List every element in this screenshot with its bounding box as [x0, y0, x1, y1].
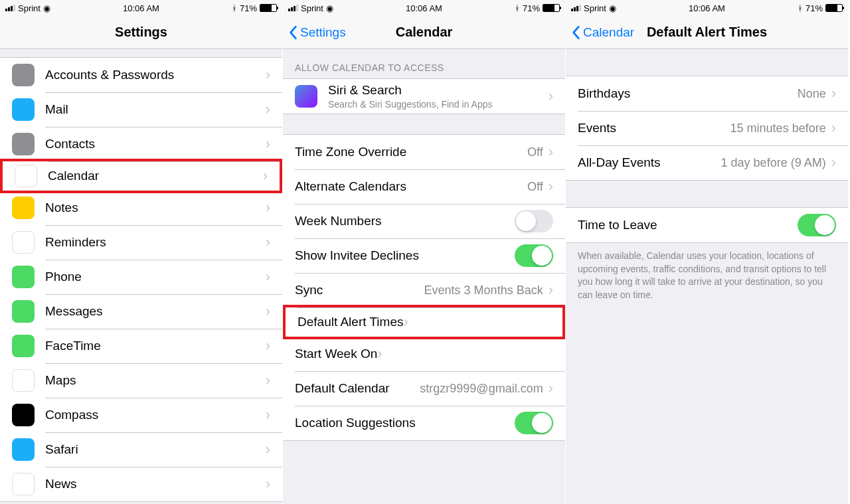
- time-label: 10:06 AM: [123, 3, 159, 13]
- row-contacts[interactable]: Contacts›: [0, 127, 282, 161]
- toggle-location-suggestions[interactable]: [515, 412, 553, 434]
- row-sync[interactable]: SyncEvents 3 Months Back›: [283, 273, 565, 307]
- nav-bar: Calendar Default Alert Times: [566, 16, 848, 49]
- news-icon: [12, 473, 35, 495]
- row-start-week-on[interactable]: Start Week On›: [283, 337, 565, 371]
- chevron-right-icon: ›: [549, 282, 553, 299]
- bluetooth-icon: ᚼ: [515, 3, 520, 13]
- row-calendar[interactable]: Calendar›: [0, 159, 282, 193]
- row-siri-search[interactable]: Siri & Search Search & Siri Suggestions,…: [283, 79, 565, 114]
- chevron-right-icon: ›: [266, 475, 270, 493]
- allow-access-header: ALLOW CALENDAR TO ACCESS: [283, 49, 565, 78]
- settings-list[interactable]: Accounts & Passwords›Mail›Contacts›Calen…: [0, 49, 282, 504]
- row-mail[interactable]: Mail›: [0, 92, 282, 127]
- row-label: Phone: [45, 270, 82, 284]
- chevron-right-icon: ›: [831, 154, 836, 171]
- calendar-settings-list[interactable]: ALLOW CALENDAR TO ACCESS Siri & Search S…: [283, 49, 565, 504]
- safari-icon: [12, 438, 35, 461]
- chevron-right-icon: ›: [266, 135, 270, 153]
- row-label: Compass: [45, 408, 98, 422]
- battery-label: 71%: [240, 3, 257, 13]
- battery-icon: [825, 4, 843, 12]
- contacts-icon: [12, 133, 35, 155]
- row-notes[interactable]: Notes›: [0, 191, 282, 225]
- chevron-right-icon: ›: [549, 88, 553, 105]
- messages-icon: [12, 300, 35, 323]
- row-accounts-passwords[interactable]: Accounts & Passwords›: [0, 58, 282, 92]
- siri-label: Siri & Search: [328, 83, 549, 98]
- reminders-icon: [12, 231, 35, 254]
- row-label: Mail: [45, 102, 68, 117]
- row-maps[interactable]: Maps›: [0, 363, 282, 398]
- status-bar: Sprint◉ 10:06 AM ᚼ71%: [0, 0, 282, 16]
- screen-default-alert-times: Sprint◉ 10:06 AM ᚼ71% Calendar Default A…: [566, 0, 849, 504]
- chevron-right-icon: ›: [263, 167, 268, 185]
- screen-settings: Sprint◉ 10:06 AM ᚼ71% Settings Accounts …: [0, 0, 283, 504]
- row-news[interactable]: News›: [0, 467, 282, 501]
- row-time-to-leave[interactable]: Time to Leave: [566, 208, 848, 242]
- row-label: Contacts: [45, 137, 95, 151]
- row-all-day-events[interactable]: All-Day Events1 day before (9 AM)›: [566, 145, 848, 180]
- row-label: Safari: [45, 442, 78, 457]
- row-week-numbers[interactable]: Week Numbers: [283, 204, 565, 238]
- row-phone[interactable]: Phone›: [0, 260, 282, 294]
- chevron-right-icon: ›: [266, 406, 270, 424]
- row-facetime[interactable]: FaceTime›: [0, 329, 282, 363]
- page-title: Settings: [0, 25, 282, 40]
- row-reminders[interactable]: Reminders›: [0, 225, 282, 260]
- row-label: FaceTime: [45, 339, 101, 353]
- battery-label: 71%: [523, 3, 540, 13]
- nav-bar: Settings Calendar: [283, 16, 565, 49]
- row-alternate-calendars[interactable]: Alternate CalendarsOff›: [283, 169, 565, 204]
- screen-calendar-settings: Sprint◉ 10:06 AM ᚼ71% Settings Calendar …: [283, 0, 566, 504]
- back-label: Calendar: [583, 25, 634, 40]
- toggle-time-to-leave[interactable]: [798, 214, 836, 236]
- carrier-label: Sprint: [301, 3, 323, 13]
- alert-times-list[interactable]: BirthdaysNone› Events15 minutes before› …: [566, 49, 848, 504]
- phone-icon: [12, 266, 35, 288]
- back-label: Settings: [300, 25, 346, 40]
- row-messages[interactable]: Messages›: [0, 294, 282, 329]
- signal-icon: [5, 5, 15, 11]
- back-button[interactable]: Settings: [283, 25, 346, 40]
- battery-label: 71%: [806, 3, 823, 13]
- bluetooth-icon: ᚼ: [232, 3, 237, 13]
- row-default-alert-times[interactable]: Default Alert Times›: [283, 305, 565, 339]
- row-label: Maps: [45, 373, 76, 388]
- row-safari[interactable]: Safari›: [0, 432, 282, 467]
- time-label: 10:06 AM: [406, 3, 442, 13]
- row-label: Reminders: [45, 235, 106, 250]
- chevron-right-icon: ›: [403, 313, 408, 331]
- signal-icon: [571, 5, 581, 11]
- battery-icon: [543, 4, 560, 12]
- chevron-right-icon: ›: [266, 234, 270, 251]
- chevron-right-icon: ›: [831, 120, 836, 137]
- row-label: Notes: [45, 201, 78, 215]
- chevron-right-icon: ›: [266, 199, 270, 216]
- chevron-right-icon: ›: [831, 85, 836, 102]
- carrier-label: Sprint: [584, 3, 606, 13]
- compass-icon: [12, 404, 35, 426]
- mail-icon: [12, 98, 35, 121]
- time-label: 10:06 AM: [689, 3, 725, 13]
- siri-sublabel: Search & Siri Suggestions, Find in Apps: [328, 99, 549, 110]
- time-to-leave-footer: When available, Calendar uses your locat…: [566, 243, 848, 307]
- row-timezone-override[interactable]: Time Zone OverrideOff›: [283, 135, 565, 169]
- chevron-right-icon: ›: [266, 303, 270, 320]
- toggle-invitee-declines[interactable]: [515, 244, 553, 267]
- chevron-left-icon: [288, 25, 298, 40]
- carrier-label: Sprint: [18, 3, 41, 13]
- chevron-right-icon: ›: [266, 441, 270, 458]
- row-location-suggestions[interactable]: Location Suggestions: [283, 406, 565, 440]
- chevron-right-icon: ›: [266, 268, 270, 286]
- row-events[interactable]: Events15 minutes before›: [566, 111, 848, 145]
- row-birthdays[interactable]: BirthdaysNone›: [566, 76, 848, 111]
- wifi-icon: ◉: [609, 3, 616, 13]
- row-compass[interactable]: Compass›: [0, 398, 282, 432]
- siri-icon: [295, 85, 317, 108]
- toggle-week-numbers[interactable]: [515, 210, 553, 232]
- row-show-invitee-declines[interactable]: Show Invitee Declines: [283, 238, 565, 273]
- back-button[interactable]: Calendar: [566, 25, 634, 40]
- chevron-right-icon: ›: [549, 380, 553, 397]
- row-default-calendar[interactable]: Default Calendarstrgzr9999@gmail.com›: [283, 371, 565, 406]
